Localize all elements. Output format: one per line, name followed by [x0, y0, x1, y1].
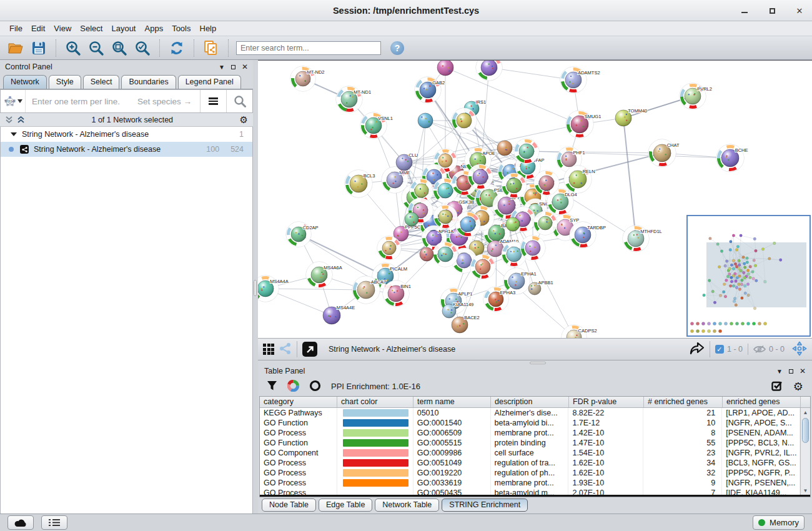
cell-fdr-pvalue[interactable]: 1.93E-10	[568, 478, 643, 488]
close-panel-icon[interactable]: ✕	[242, 62, 248, 71]
cell-fdr-pvalue[interactable]: 1.42E-10	[568, 428, 643, 438]
collapse-all-icon[interactable]	[5, 116, 13, 124]
cell-term-name[interactable]: GO:0001540	[413, 418, 491, 428]
zoom-out-icon[interactable]	[87, 39, 106, 57]
cell-term-name[interactable]: GO:0006509	[413, 428, 491, 438]
table-row[interactable]: GO ProcessGO:0051049regulation of tra...…	[260, 458, 800, 468]
close-button[interactable]: ✕	[795, 6, 805, 16]
column-header-term-name[interactable]: term name	[413, 397, 491, 407]
network-node-apbb1[interactable]: APBB1	[528, 280, 553, 295]
cell-gene-count[interactable]: 9	[643, 478, 722, 488]
cell-chart-color[interactable]	[337, 468, 413, 478]
network-node-ms4a6a[interactable]: MS4A6A	[306, 262, 342, 288]
cell-gene-count[interactable]: 21	[643, 408, 722, 418]
network-node[interactable]	[418, 113, 433, 128]
cell-description[interactable]: regulation of ph...	[491, 468, 569, 478]
table-row[interactable]: GO FunctionGO:0001540beta-amyloid bi...1…	[260, 418, 800, 428]
network-node-tomm40[interactable]: TOMM40	[615, 108, 647, 126]
network-node-ppp5c[interactable]: PPP5C	[394, 224, 421, 241]
table-row[interactable]: GO ProcessGO:0019220regulation of ph...1…	[260, 468, 800, 478]
splitter-handle[interactable]	[254, 280, 257, 296]
menu-edit[interactable]: Edit	[27, 24, 49, 33]
network-node-bin1[interactable]: BIN1	[383, 280, 411, 307]
network-node[interactable]	[506, 217, 520, 231]
cell-enriched-genes[interactable]: [IDE, KIAA1149...	[722, 488, 800, 495]
network-node-bche[interactable]: BCHE	[716, 144, 748, 172]
cell-fdr-pvalue[interactable]: 2.07E-10	[568, 488, 643, 495]
float-panel-icon[interactable]: ▼	[219, 64, 225, 71]
cell-term-name[interactable]: GO:0050435	[413, 488, 491, 495]
network-node-mt-nd2[interactable]: MT-ND2	[290, 66, 325, 91]
table-row[interactable]: GO ProcessGO:0006509membrane prot...1.42…	[260, 428, 800, 438]
network-node-ms4a4e[interactable]: MS4A4E	[323, 305, 355, 324]
cell-chart-color[interactable]	[337, 478, 413, 488]
cell-description[interactable]: beta-amyloid bi...	[491, 418, 569, 428]
cell-category[interactable]: GO Process	[260, 458, 337, 468]
network-node[interactable]	[534, 171, 559, 196]
network-node[interactable]	[377, 236, 401, 260]
cell-enriched-genes[interactable]: [NGFR, APOE, S...	[722, 418, 800, 428]
cell-description[interactable]: regulation of tra...	[491, 458, 569, 468]
table-row[interactable]: GO ProcessGO:0033619membrane prot...1.93…	[260, 478, 800, 488]
cell-fdr-pvalue[interactable]: 1.62E-10	[568, 458, 643, 468]
menu-select[interactable]: Select	[76, 24, 107, 33]
network-node[interactable]	[514, 139, 539, 164]
cell-category[interactable]: GO Process	[260, 478, 337, 488]
cell-chart-color[interactable]	[337, 448, 413, 458]
pan-navigator-icon[interactable]	[792, 341, 807, 358]
tab-select[interactable]: Select	[83, 75, 120, 89]
network-node[interactable]	[470, 254, 495, 279]
open-in-browser-icon[interactable]	[302, 342, 317, 357]
column-header--enriched-genes[interactable]: # enriched genes	[644, 397, 723, 407]
cell-enriched-genes[interactable]: [NGFR, PVRL2, IL...	[722, 448, 800, 458]
cell-description[interactable]: beta-amyloid m...	[491, 488, 569, 495]
cell-chart-color[interactable]	[337, 488, 413, 495]
cell-category[interactable]: GO Process	[260, 468, 337, 478]
zoom-in-icon[interactable]	[64, 39, 82, 57]
cell-category[interactable]: GO Function	[260, 418, 337, 428]
cell-category[interactable]: GO Process	[260, 488, 337, 495]
search-input[interactable]	[236, 41, 381, 55]
cell-description[interactable]: cell surface	[491, 448, 569, 458]
cell-enriched-genes[interactable]: [LRP1, APOE, AD...	[722, 408, 800, 418]
network-options-gear-icon[interactable]: ⚙	[240, 115, 248, 124]
cell-enriched-genes[interactable]: [PSENEN, ADAM...	[722, 428, 800, 438]
open-file-icon[interactable]	[6, 39, 25, 57]
cell-category[interactable]: GO Process	[260, 428, 337, 438]
network-row-selected[interactable]: String Network - Alzheimer's disease 100…	[1, 142, 252, 157]
cell-enriched-genes[interactable]: [PPP5C, NGFR, P...	[722, 468, 800, 478]
table-row[interactable]: GO FunctionGO:0005515protein binding1.47…	[260, 438, 800, 448]
undock-panel-icon[interactable]	[789, 369, 793, 374]
menu-apps[interactable]: Apps	[141, 24, 168, 33]
tab-boundaries[interactable]: Boundaries	[121, 75, 176, 89]
cell-fdr-pvalue[interactable]: 1.54E-10	[568, 448, 643, 458]
cell-enriched-genes[interactable]: [PPP5C, BCL3, N...	[722, 438, 800, 448]
network-node[interactable]	[520, 236, 545, 261]
cell-fdr-pvalue[interactable]: 1.7E-12	[568, 418, 643, 428]
cell-gene-count[interactable]: 7	[643, 488, 722, 495]
cell-gene-count[interactable]: 23	[643, 448, 722, 458]
cell-term-name[interactable]: 05010	[413, 408, 491, 418]
string-view-icon[interactable]	[279, 342, 292, 357]
cell-description[interactable]: membrane prot...	[491, 478, 569, 488]
network-node[interactable]	[420, 247, 433, 261]
menu-layout[interactable]: Layout	[107, 24, 140, 33]
network-collection-row[interactable]: String Network - Alzheimer's disease 1	[1, 127, 252, 142]
cell-description[interactable]: membrane prot...	[491, 428, 569, 438]
cell-gene-count[interactable]: 8	[643, 428, 722, 438]
cell-enriched-genes[interactable]: [NGFR, PSENEN,...	[722, 478, 800, 488]
enrichment-chart-icon[interactable]	[287, 380, 299, 394]
export-network-icon[interactable]	[688, 341, 705, 358]
column-header-enriched-genes[interactable]: enriched genes	[723, 397, 801, 407]
cell-gene-count[interactable]: 10	[643, 418, 722, 428]
cell-fdr-pvalue[interactable]: 1.62E-10	[568, 468, 643, 478]
column-header-description[interactable]: description	[491, 397, 569, 407]
network-node-smug1[interactable]: SMUG1	[566, 111, 601, 138]
tab-network-table[interactable]: Network Table	[375, 499, 439, 512]
cell-chart-color[interactable]	[337, 458, 413, 468]
cell-gene-count[interactable]: 55	[643, 438, 722, 448]
table-scrollbar[interactable]: ▲ ▼	[800, 408, 810, 495]
refresh-icon[interactable]	[167, 39, 186, 57]
cell-term-name[interactable]: GO:0051049	[413, 458, 491, 468]
cell-enriched-genes[interactable]: [BCL3, NGFR, GS...	[722, 458, 800, 468]
